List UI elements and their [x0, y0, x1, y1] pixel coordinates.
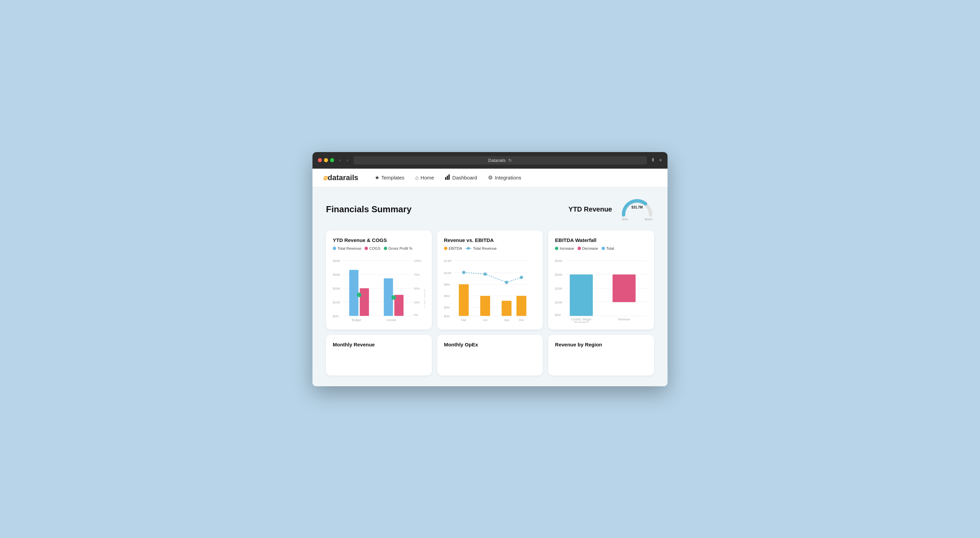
legend-label-revenue: Total Revenue	[337, 246, 361, 251]
svg-text:$0M: $0M	[333, 314, 339, 317]
svg-text:Revenue: Revenue	[618, 317, 630, 321]
nav-bar: ⌀datarails ★ Templates ⌂ Home Dashboard	[312, 169, 668, 187]
svg-text:(Budgeted): (Budgeted)	[574, 321, 589, 323]
gauge-container: $31.7M	[620, 198, 654, 217]
reload-icon[interactable]: ↻	[508, 158, 512, 163]
maximize-button[interactable]	[330, 158, 334, 162]
legend-dot-increase	[555, 247, 558, 250]
nav-item-dashboard[interactable]: Dashboard	[445, 175, 477, 181]
nav-home-label: Home	[421, 175, 434, 181]
dashboard-icon	[445, 175, 450, 181]
svg-rect-1	[447, 176, 448, 180]
nav-dashboard-label: Dashboard	[452, 175, 477, 181]
chart-area-ytd: $40M $30M $20M $10M $0M 1	[333, 255, 425, 323]
rev-svg: $13M $10M $8M $5M $3M $0M	[444, 255, 536, 323]
browser-chrome: ‹ › Datarails ↻ ⬆ +	[312, 152, 668, 169]
svg-text:$40M: $40M	[333, 259, 340, 263]
gauge-max: $50M	[644, 217, 652, 221]
browser-nav: ‹ ›	[338, 157, 349, 163]
legend-ebitda: EBITDA	[444, 246, 462, 251]
legend-dot-decrease	[578, 247, 581, 250]
minimize-button[interactable]	[324, 158, 328, 162]
chart-area-rev: $13M $10M $8M $5M $3M $0M	[444, 255, 536, 323]
legend-dot-cogs	[364, 247, 368, 250]
chart-revenue-ebitda: Revenue vs. EBITDA EBITDA Total Revenue	[437, 230, 543, 330]
nav-item-templates[interactable]: ★ Templates	[375, 175, 404, 181]
address-bar[interactable]: Datarails ↻	[353, 156, 647, 165]
ytd-svg: $40M $30M $20M $10M $0M 1	[333, 255, 425, 323]
legend-increase: Increase	[555, 246, 574, 251]
svg-text:Dec: Dec	[519, 318, 524, 322]
bottom-title-monthly-revenue: Monthly Revenue	[333, 342, 425, 348]
share-icon[interactable]: ⬆	[651, 157, 655, 163]
chart-title-waterfall: EBITDA Waterfall	[555, 237, 647, 243]
dot-actuals-gp	[391, 295, 396, 300]
bar-sep-ebitda	[501, 301, 511, 316]
gauge-min: $0M	[622, 217, 628, 221]
svg-text:Budget: Budget	[352, 318, 361, 322]
svg-text:100%: 100%	[414, 259, 422, 263]
line-total-rev	[464, 272, 521, 282]
bar-revenue	[613, 275, 636, 302]
svg-text:$30M: $30M	[333, 273, 340, 276]
dot-sep-rev	[505, 281, 508, 284]
svg-text:$40M: $40M	[555, 259, 562, 263]
svg-text:$10M: $10M	[555, 300, 562, 304]
forward-button[interactable]: ›	[345, 157, 350, 163]
ytd-section: YTD Revenue $31.7M $0M	[568, 198, 654, 221]
svg-text:$10M: $10M	[333, 300, 340, 304]
nav-integrations-label: Integrations	[495, 175, 521, 181]
legend-decrease: Decrease	[578, 246, 598, 251]
bottom-title-monthly-opex: Monthly OpEx	[444, 342, 536, 348]
back-button[interactable]: ‹	[338, 157, 342, 163]
legend-label-total: Total	[606, 246, 614, 251]
bar-dec-ebitda	[516, 296, 526, 316]
svg-rect-2	[449, 175, 450, 180]
svg-text:25%: 25%	[414, 300, 420, 304]
legend-dot-revenue	[333, 247, 336, 250]
dot-jun-rev	[484, 272, 487, 276]
browser-window: ‹ › Datarails ↻ ⬆ + ⌀datarails ★ Templat…	[312, 152, 668, 386]
bar-contrib-margin	[570, 275, 593, 316]
main-content: Financials Summary YTD Revenue $31.7M	[312, 187, 668, 386]
legend-dot-gp	[384, 247, 387, 250]
nav-item-home[interactable]: ⌂ Home	[415, 175, 434, 181]
legend-total: Total	[601, 246, 614, 251]
svg-text:$8M: $8M	[444, 283, 450, 286]
svg-text:Actuals: Actuals	[387, 318, 396, 322]
page-title: Financials Summary	[326, 204, 568, 214]
chart-legend-waterfall: Increase Decrease Total	[555, 246, 647, 251]
nav-item-integrations[interactable]: ⚙ Integrations	[488, 175, 521, 181]
new-tab-icon[interactable]: +	[659, 157, 662, 163]
browser-dots	[318, 158, 334, 162]
logo: ⌀datarails	[323, 173, 358, 182]
page-header: Financials Summary YTD Revenue $31.7M	[326, 198, 654, 221]
chart-area-waterfall: $40M $30M $20M $10M $0M	[555, 255, 647, 323]
bar-budget-cogs	[360, 288, 369, 316]
legend-gross-profit: Gross Profit %	[384, 246, 412, 251]
gauge-labels: $0M $50M	[622, 217, 652, 221]
svg-text:$20M: $20M	[555, 287, 562, 290]
svg-text:0%: 0%	[414, 313, 418, 316]
legend-total-revenue: Total Revenue	[333, 246, 361, 251]
bottom-title-revenue-by-region: Revenue by Region	[555, 342, 647, 348]
close-button[interactable]	[318, 158, 322, 162]
legend-label-total-rev: Total Revenue	[473, 246, 496, 251]
svg-text:$5M: $5M	[444, 294, 450, 298]
svg-text:Gross Profit %: Gross Profit %	[424, 289, 425, 308]
svg-text:$20M: $20M	[333, 287, 340, 290]
svg-text:$13M: $13M	[444, 259, 452, 263]
gauge-widget: $31.7M $0M $50M	[620, 198, 654, 221]
legend-label-ebitda: EBITDA	[449, 246, 462, 251]
page-url: Datarails	[488, 158, 506, 163]
chart-legend-ytd: Total Revenue COGS Gross Profit %	[333, 246, 425, 251]
app-container: ⌀datarails ★ Templates ⌂ Home Dashboard	[312, 169, 668, 386]
legend-dot-total	[601, 247, 605, 250]
legend-cogs: COGS	[364, 246, 380, 251]
bar-mar-ebitda	[458, 284, 468, 316]
svg-text:Sep: Sep	[504, 318, 509, 322]
svg-text:Mar: Mar	[461, 318, 466, 322]
waterfall-svg: $40M $30M $20M $10M $0M	[555, 255, 647, 323]
svg-text:$30M: $30M	[555, 273, 562, 276]
dot-budget-gp	[357, 292, 361, 297]
